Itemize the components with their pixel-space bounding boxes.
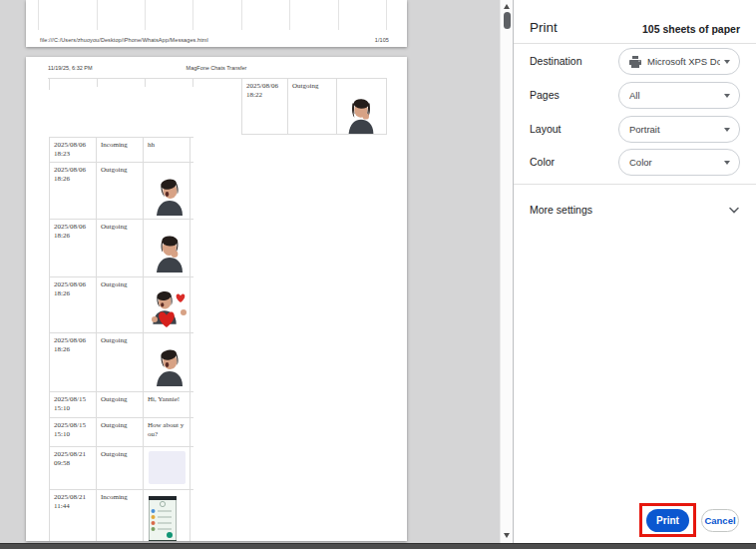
cell-date: 2025/08/0618:26 — [50, 220, 97, 276]
layout-value: Portrait — [629, 124, 720, 135]
cell-date: 2025/08/0618:26 — [50, 333, 97, 391]
dropdown-arrow-icon — [724, 60, 730, 64]
sticker-man-with-hearts — [144, 277, 190, 332]
cell-direction: Outgoing — [97, 392, 144, 417]
field-label: Color — [530, 156, 555, 168]
table-column-line — [97, 0, 98, 30]
destination-select[interactable]: Microsoft XPS Documer — [618, 48, 740, 75]
table-row: 2025/08/1515:10OutgoingHow about you? — [50, 418, 193, 447]
cell-date: 2025/08/0618:26 — [50, 163, 97, 219]
print-settings-panel: Print 105 sheets of paper Destination Mi… — [513, 0, 756, 543]
cell-date: 2025/08/0618:23 — [50, 138, 97, 162]
page-header-title: MagFone Chats Transfer — [26, 65, 407, 71]
blank-image — [144, 447, 190, 489]
sticker-thinking-man — [144, 220, 190, 276]
pages-select[interactable]: All — [618, 82, 740, 109]
sticker-thinking-woman — [337, 78, 387, 134]
table-column-line — [289, 0, 290, 30]
table-border-tick — [97, 78, 98, 87]
cell-direction: Outgoing — [288, 78, 337, 134]
layout-select[interactable]: Portrait — [618, 116, 740, 143]
table-column-line — [386, 0, 387, 30]
color-value: Color — [629, 157, 720, 168]
preview-page-2: 11/19/25, 6:32 PM MagFone Chats Transfer… — [26, 57, 407, 541]
cell-date: 2025/08/1515:10 — [50, 392, 97, 417]
cell-message-text: hh — [144, 138, 190, 162]
more-settings-toggle[interactable]: More settings — [530, 196, 740, 223]
table-border-tick — [49, 78, 50, 90]
dropdown-arrow-icon — [724, 128, 730, 132]
sticker-singing-man — [144, 333, 190, 391]
sheets-count: 105 sheets of paper — [642, 23, 740, 35]
print-button[interactable]: Print — [646, 509, 689, 532]
print-preview-area: file:///C:/Users/zhuoyou/Desktop/iPhone/… — [0, 0, 500, 543]
messages-table: 2025/08/0618:23Incominghh2025/08/0618:26… — [49, 137, 193, 541]
cell-date: 2025/08/0618:26 — [50, 277, 97, 332]
window-bottom-bar — [0, 543, 756, 549]
annotation-red-box: Print — [639, 503, 696, 537]
cell-message-text: Hi, Yannie! — [144, 392, 190, 417]
field-destination: Destination Microsoft XPS Documer — [530, 48, 740, 75]
printer-icon — [629, 56, 641, 68]
pages-value: All — [629, 90, 720, 101]
dropdown-arrow-icon — [724, 94, 730, 98]
divider — [514, 43, 756, 44]
cell-date: 2025/08/2109:58 — [50, 447, 97, 489]
field-layout: Layout Portrait — [530, 116, 740, 143]
cell-date: 2025/08/06 18:22 — [242, 78, 288, 134]
cell-direction: Incoming — [97, 490, 144, 541]
table-column-line — [241, 0, 242, 30]
scroll-down-icon[interactable] — [504, 533, 510, 538]
field-color: Color Color — [530, 149, 740, 176]
chrome-print-dialog: file:///C:/Users/zhuoyou/Desktop/iPhone/… — [0, 0, 756, 549]
table-column-line — [38, 0, 39, 30]
cell-direction: Outgoing — [97, 447, 144, 489]
table-row: 2025/08/0618:26Outgoing — [50, 277, 193, 333]
table-column-line — [338, 0, 339, 30]
table-border-tick — [192, 78, 193, 87]
table-column-line — [145, 0, 146, 30]
table-row: 2025/08/0618:26Outgoing — [50, 220, 193, 277]
preview-scrollbar[interactable] — [500, 0, 513, 543]
cell-date: 2025/08/2111:44 — [50, 490, 97, 541]
cell-direction: Incoming — [97, 138, 144, 162]
field-pages: Pages All — [530, 82, 740, 109]
cell-direction: Outgoing — [97, 333, 144, 391]
field-label: Pages — [530, 89, 560, 101]
color-select[interactable]: Color — [618, 149, 740, 176]
table-row: 2025/08/2109:58Outgoing — [50, 447, 193, 490]
scroll-up-icon[interactable] — [504, 4, 510, 9]
table-row: 2025/08/0618:23Incominghh — [50, 138, 193, 163]
cell-direction: Outgoing — [97, 163, 144, 219]
table-row: 2025/08/2111:44Incoming — [50, 490, 193, 541]
cell-message-text: How about you? — [144, 418, 190, 446]
table-row: 2025/08/1515:10OutgoingHi, Yannie! — [50, 392, 193, 418]
cancel-button[interactable]: Cancel — [701, 509, 739, 532]
cell-direction: Outgoing — [97, 277, 144, 332]
cell-direction: Outgoing — [97, 418, 144, 446]
chevron-down-icon — [728, 201, 740, 219]
footer-url: file:///C:/Users/zhuoyou/Desktop/iPhone/… — [40, 37, 208, 43]
dropdown-arrow-icon — [724, 161, 730, 165]
destination-value: Microsoft XPS Documer — [647, 56, 720, 67]
divider — [514, 184, 756, 185]
table-border-tick — [145, 78, 146, 87]
table-row: 2025/08/0618:26Outgoing — [50, 333, 193, 392]
cell-date: 2025/08/1515:10 — [50, 418, 97, 446]
table-column-line — [192, 0, 193, 30]
screenshot-whatsapp-settings — [144, 490, 190, 541]
sticker-laughing-man — [144, 163, 190, 219]
field-label: Layout — [530, 123, 562, 135]
field-label: Destination — [530, 55, 582, 67]
footer-page-number: 1/105 — [375, 37, 389, 43]
page-footer: file:///C:/Users/zhuoyou/Desktop/iPhone/… — [40, 37, 389, 43]
cell-direction: Outgoing — [97, 220, 144, 276]
panel-title: Print — [530, 20, 558, 35]
table-row: 2025/08/0618:26Outgoing — [50, 163, 193, 220]
scrollbar-thumb[interactable] — [504, 12, 511, 29]
table-row-fragment: 2025/08/06 18:22 Outgoing — [241, 78, 387, 135]
preview-page-1: file:///C:/Users/zhuoyou/Desktop/iPhone/… — [26, 0, 407, 47]
